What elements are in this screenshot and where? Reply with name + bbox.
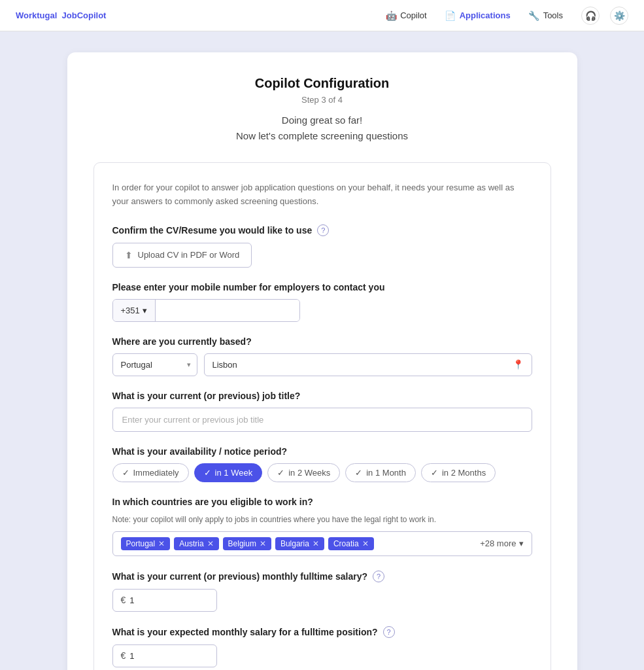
salary-fulltime-field-group: What is your current (or previous) month… <box>112 571 532 612</box>
chip-immediately-label: Immediately <box>133 468 179 478</box>
tag-portugal: Portugal ✕ <box>121 537 171 550</box>
city-input[interactable] <box>212 354 507 376</box>
main-wrapper: Copilot Configuration Step 3 of 4 Doing … <box>0 31 644 670</box>
tag-bulgaria-remove[interactable]: ✕ <box>313 539 319 548</box>
salary-expected-fulltime-label-row: What is your expected monthly salary for… <box>112 626 532 638</box>
salary-expected-fulltime-input-wrapper: € <box>112 644 217 667</box>
chip-immediately[interactable]: ✓ Immediately <box>112 463 189 482</box>
countries-note: Note: your copilot will only apply to jo… <box>112 514 532 526</box>
chip-2weeks-check: ✓ <box>277 468 284 478</box>
more-countries-label: +28 more <box>480 538 516 548</box>
navbar: Worktugal JobCopilot 🤖 Copilot 📄 Applica… <box>0 0 644 31</box>
page-subtitle: Doing great so far! Now let's complete s… <box>93 113 551 144</box>
upload-cv-label: Upload CV in PDF or Word <box>138 250 240 260</box>
chip-immediately-check: ✓ <box>122 468 129 478</box>
phone-dropdown-arrow: ▾ <box>143 306 147 315</box>
countries-box: Portugal ✕ Austria ✕ Belgium ✕ Bulgaria … <box>112 531 532 556</box>
config-card: Copilot Configuration Step 3 of 4 Doing … <box>67 52 577 670</box>
country-select-wrapper: Portugal ▾ <box>112 353 197 376</box>
job-title-label: What is your current (or previous) job t… <box>112 391 301 401</box>
city-input-wrapper: 📍 <box>204 353 532 376</box>
availability-label-row: What is your availability / notice perio… <box>112 446 532 457</box>
phone-country-selector[interactable]: +351 ▾ <box>113 300 156 321</box>
chip-1week[interactable]: ✓ in 1 Week <box>194 463 263 482</box>
salary-expected-fulltime-help-icon[interactable]: ? <box>383 626 395 638</box>
location-field-group: Where are you currently based? Portugal … <box>112 336 532 376</box>
settings-button[interactable]: ⚙️ <box>610 7 628 25</box>
salary-fulltime-input[interactable] <box>129 590 208 611</box>
chip-1week-check: ✓ <box>204 468 211 478</box>
settings-icon: ⚙️ <box>614 10 625 21</box>
headphone-button[interactable]: 🎧 <box>581 7 600 25</box>
countries-label: In which countries are you eligible to w… <box>112 497 313 507</box>
salary-expected-fulltime-label: What is your expected monthly salary for… <box>112 627 378 637</box>
form-section: In order for your copilot to answer job … <box>93 162 551 670</box>
salary-fulltime-label-row: What is your current (or previous) month… <box>112 571 532 582</box>
phone-input-row: +351 ▾ <box>112 299 300 322</box>
page-title: Copilot Configuration <box>93 76 551 91</box>
headphone-icon: 🎧 <box>585 10 596 21</box>
chip-2months-check: ✓ <box>431 468 438 478</box>
nav-tools-label: Tools <box>543 10 563 20</box>
availability-chips: ✓ Immediately ✓ in 1 Week ✓ in 2 Weeks ✓… <box>112 463 532 482</box>
cv-field-group: Confirm the CV/Resume you would like to … <box>112 224 532 268</box>
tag-belgium: Belgium ✕ <box>223 537 271 550</box>
upload-icon: ⬆ <box>125 250 133 260</box>
nav-copilot-label: Copilot <box>400 10 426 20</box>
cv-label-row: Confirm the CV/Resume you would like to … <box>112 224 532 236</box>
phone-label: Please enter your mobile number for empl… <box>112 282 385 292</box>
job-title-label-row: What is your current (or previous) job t… <box>112 391 532 401</box>
subtitle-line2: Now let's complete screening questions <box>236 130 408 141</box>
chip-1month[interactable]: ✓ in 1 Month <box>345 463 416 482</box>
phone-country-code: +351 <box>121 306 140 315</box>
salary-expected-fulltime-field-group: What is your expected monthly salary for… <box>112 626 532 667</box>
countries-field-group: In which countries are you eligible to w… <box>112 497 532 556</box>
salary-fulltime-help-icon[interactable]: ? <box>373 571 384 582</box>
location-pin-icon: 📍 <box>513 359 524 370</box>
chip-1month-check: ✓ <box>355 468 362 478</box>
cv-help-icon[interactable]: ? <box>317 224 329 236</box>
nav-copilot[interactable]: 🤖 Copilot <box>386 10 426 21</box>
tag-austria-label: Austria <box>179 539 203 548</box>
chip-2weeks-label: in 2 Weeks <box>288 468 330 478</box>
chip-2weeks[interactable]: ✓ in 2 Weeks <box>267 463 340 482</box>
tag-belgium-remove[interactable]: ✕ <box>260 539 266 548</box>
nav-tools[interactable]: 🔧 Tools <box>529 10 563 21</box>
salary-expected-fulltime-input[interactable] <box>129 645 208 667</box>
tag-croatia-remove[interactable]: ✕ <box>362 539 369 548</box>
more-countries-button[interactable]: +28 more ▾ <box>480 538 523 548</box>
location-label: Where are you currently based? <box>112 336 252 347</box>
job-title-field-group: What is your current (or previous) job t… <box>112 391 532 432</box>
tag-portugal-remove[interactable]: ✕ <box>158 539 165 548</box>
brand-name: Worktugal <box>16 10 57 20</box>
job-title-input[interactable] <box>112 408 532 432</box>
tag-portugal-label: Portugal <box>126 539 156 548</box>
phone-field-group: Please enter your mobile number for empl… <box>112 282 532 322</box>
tag-austria-remove[interactable]: ✕ <box>207 539 214 548</box>
nav-actions: 🎧 ⚙️ <box>581 7 628 25</box>
nav-items: 🤖 Copilot 📄 Applications 🔧 Tools <box>386 10 563 21</box>
brand: Worktugal JobCopilot <box>16 10 106 20</box>
tag-croatia-label: Croatia <box>333 539 359 548</box>
phone-label-row: Please enter your mobile number for empl… <box>112 282 532 292</box>
tag-austria: Austria ✕ <box>174 537 218 550</box>
tag-belgium-label: Belgium <box>228 539 256 548</box>
upload-cv-button[interactable]: ⬆ Upload CV in PDF or Word <box>112 243 252 268</box>
applications-icon: 📄 <box>445 10 456 21</box>
salary-fulltime-input-wrapper: € <box>112 589 217 612</box>
chip-1week-label: in 1 Week <box>215 468 253 478</box>
tag-croatia: Croatia ✕ <box>328 537 374 550</box>
copilot-icon: 🤖 <box>386 10 396 21</box>
salary-fulltime-label: What is your current (or previous) month… <box>112 571 368 582</box>
phone-number-input[interactable] <box>156 300 299 321</box>
country-select[interactable]: Portugal <box>112 353 197 376</box>
location-label-row: Where are you currently based? <box>112 336 532 347</box>
chip-2months[interactable]: ✓ in 2 Months <box>421 463 496 482</box>
nav-applications[interactable]: 📄 Applications <box>445 10 511 21</box>
tag-bulgaria-label: Bulgaria <box>280 539 309 548</box>
subtitle-line1: Doing great so far! <box>282 115 362 126</box>
brand-accent: JobCopilot <box>62 10 107 20</box>
tag-bulgaria: Bulgaria ✕ <box>275 537 324 550</box>
availability-label: What is your availability / notice perio… <box>112 446 288 457</box>
location-row: Portugal ▾ 📍 <box>112 353 532 376</box>
